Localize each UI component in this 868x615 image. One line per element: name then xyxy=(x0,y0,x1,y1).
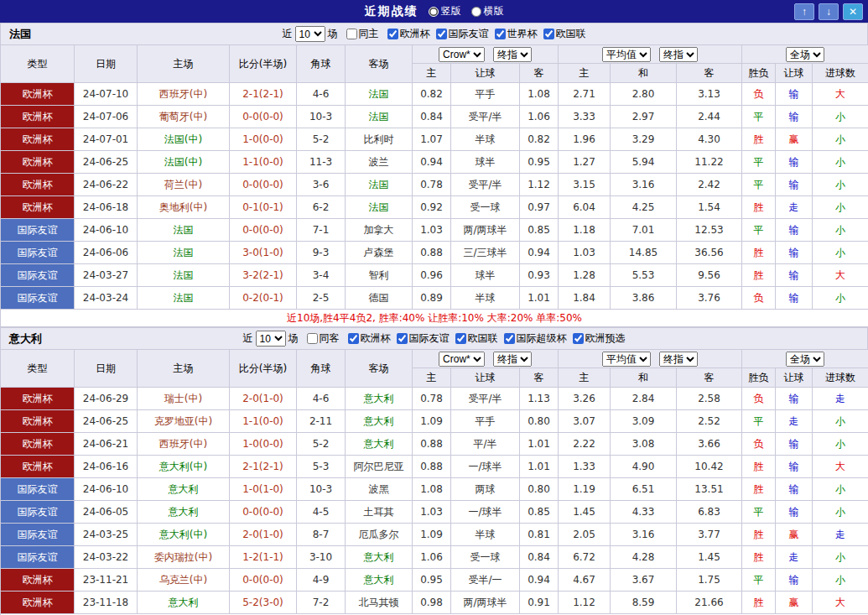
recent-count-select[interactable]: 10 xyxy=(295,26,325,42)
vertical-radio-input[interactable] xyxy=(429,7,439,17)
match-type-cell: 欧洲杯 xyxy=(1,592,75,614)
goals-result-cell: 小 xyxy=(813,478,868,501)
away-team-link[interactable]: 厄瓜多尔 xyxy=(346,524,413,546)
away-team-link[interactable]: 德国 xyxy=(346,287,413,310)
home-team-link[interactable]: 法国 xyxy=(138,219,230,242)
move-up-button[interactable]: ↑ xyxy=(794,3,814,20)
home-team-link[interactable]: 意大利 xyxy=(138,501,230,524)
home-team-link[interactable]: 意大利(中) xyxy=(138,524,230,546)
same-away-checkbox-input[interactable] xyxy=(307,333,318,344)
home-team-link[interactable]: 意大利(中) xyxy=(138,456,230,478)
league-checkbox-input[interactable] xyxy=(436,29,447,39)
full-match-select[interactable]: 全场 xyxy=(786,352,824,367)
away-team-link[interactable]: 法国 xyxy=(346,174,413,196)
away-team-link[interactable]: 阿尔巴尼亚 xyxy=(346,456,413,478)
full-match-select[interactable]: 全场 xyxy=(786,47,824,62)
home-team-link[interactable]: 克罗地亚(中) xyxy=(138,410,230,433)
away-team-link[interactable]: 智利 xyxy=(346,264,413,287)
goals-result-cell: 小 xyxy=(813,219,868,242)
recent-count-select[interactable]: 10 xyxy=(256,331,286,347)
handicap-final-select[interactable]: 终指 xyxy=(493,352,532,367)
col-header-outcome: 胜负 xyxy=(742,368,776,388)
league-checkbox-input[interactable] xyxy=(455,333,466,344)
away-team-link[interactable]: 卢森堡 xyxy=(346,242,413,264)
league-checkbox-input[interactable] xyxy=(495,29,506,39)
home-team-link[interactable]: 乌克兰(中) xyxy=(138,569,230,592)
league-checkbox[interactable]: 国际友谊 xyxy=(430,27,489,41)
league-checkbox[interactable]: 欧国联 xyxy=(450,331,498,346)
match-type-cell: 欧洲杯 xyxy=(1,106,75,128)
score-cell: 2-1(2-1) xyxy=(230,456,297,478)
vertical-layout-radio[interactable]: 竖版 xyxy=(429,4,461,18)
away-win-odds-cell: 9.56 xyxy=(677,264,742,287)
home-team-link[interactable]: 瑞士(中) xyxy=(138,388,230,410)
match-type-cell: 欧洲杯 xyxy=(1,174,75,196)
home-win-odds-cell: 3.26 xyxy=(559,388,611,410)
away-team-link[interactable]: 意大利 xyxy=(346,410,413,433)
home-team-link[interactable]: 奥地利(中) xyxy=(138,196,230,219)
league-checkbox[interactable]: 国际友谊 xyxy=(391,331,450,346)
col-header-handicap-away: 客 xyxy=(520,64,559,83)
away-team-link[interactable]: 北马其顿 xyxy=(346,592,413,614)
horizontal-layout-radio[interactable]: 横版 xyxy=(471,4,504,18)
move-down-button[interactable]: ↓ xyxy=(819,3,839,20)
away-team-link[interactable]: 法国 xyxy=(346,83,413,106)
league-checkbox-input[interactable] xyxy=(573,333,584,344)
home-team-link[interactable]: 委内瑞拉(中) xyxy=(138,546,230,569)
away-team-link[interactable]: 意大利 xyxy=(346,433,413,456)
away-team-link[interactable]: 比利时 xyxy=(346,128,413,151)
match-row: 欧洲杯 23-11-18 意大利 5-2(3-0) 7-2 北马其顿 0.98 … xyxy=(1,592,868,614)
handicap-away-odds-cell: 0.81 xyxy=(520,524,559,546)
col-header-home: 主场 xyxy=(138,350,230,388)
same-home-checkbox[interactable]: 同主 xyxy=(340,27,379,41)
league-checkbox-input[interactable] xyxy=(397,333,408,344)
league-checkbox[interactable]: 欧国联 xyxy=(538,27,586,41)
league-checkbox[interactable]: 世界杯 xyxy=(489,27,538,41)
away-team-link[interactable]: 波兰 xyxy=(346,151,413,174)
same-home-checkbox-input[interactable] xyxy=(346,29,357,39)
away-team-link[interactable]: 波黑 xyxy=(346,478,413,501)
away-team-link[interactable]: 意大利 xyxy=(346,569,413,592)
league-checkbox-input[interactable] xyxy=(543,29,554,39)
close-button[interactable]: ✕ xyxy=(843,3,863,20)
handicap-home-odds-cell: 0.92 xyxy=(413,196,451,219)
away-team-link[interactable]: 土耳其 xyxy=(346,501,413,524)
europe-final-select[interactable]: 终指 xyxy=(659,352,698,367)
draw-odds-cell: 5.94 xyxy=(611,151,677,174)
home-team-link[interactable]: 葡萄牙(中) xyxy=(138,106,230,128)
league-checkbox-input[interactable] xyxy=(504,333,515,344)
same-away-checkbox[interactable]: 同客 xyxy=(301,331,340,346)
col-header-date: 日期 xyxy=(75,45,138,83)
league-checkbox[interactable]: 欧洲预选 xyxy=(567,331,626,346)
average-select[interactable]: 平均值 xyxy=(602,352,651,367)
home-team-link[interactable]: 西班牙(中) xyxy=(138,433,230,456)
handicap-final-select[interactable]: 终指 xyxy=(493,47,532,62)
league-checkbox[interactable]: 国际超级杯 xyxy=(498,331,567,346)
home-team-link[interactable]: 意大利 xyxy=(138,478,230,501)
bookmaker-select[interactable]: Crow* xyxy=(439,47,485,62)
home-team-link[interactable]: 意大利 xyxy=(138,592,230,614)
league-checkbox-input[interactable] xyxy=(387,29,398,39)
handicap-home-odds-cell: 1.03 xyxy=(413,501,451,524)
handicap-result-cell: 输 xyxy=(776,174,813,196)
home-team-link[interactable]: 法国 xyxy=(138,287,230,310)
average-select[interactable]: 平均值 xyxy=(602,47,651,62)
home-team-link[interactable]: 法国 xyxy=(138,242,230,264)
home-team-link[interactable]: 荷兰(中) xyxy=(138,174,230,196)
home-team-link[interactable]: 法国(中) xyxy=(138,151,230,174)
home-team-link[interactable]: 法国 xyxy=(138,264,230,287)
away-team-link[interactable]: 意大利 xyxy=(346,546,413,569)
handicap-away-odds-cell: 1.06 xyxy=(520,106,559,128)
league-checkbox[interactable]: 欧洲杯 xyxy=(342,331,391,346)
league-checkbox[interactable]: 欧洲杯 xyxy=(382,27,430,41)
away-team-link[interactable]: 法国 xyxy=(346,106,413,128)
away-team-link[interactable]: 加拿大 xyxy=(346,219,413,242)
home-team-link[interactable]: 西班牙(中) xyxy=(138,83,230,106)
away-team-link[interactable]: 意大利 xyxy=(346,388,413,410)
league-checkbox-input[interactable] xyxy=(348,333,359,344)
bookmaker-select[interactable]: Crow* xyxy=(439,352,485,367)
europe-final-select[interactable]: 终指 xyxy=(659,47,698,62)
horizontal-radio-input[interactable] xyxy=(471,7,481,17)
home-team-link[interactable]: 法国(中) xyxy=(138,128,230,151)
away-team-link[interactable]: 法国 xyxy=(346,196,413,219)
